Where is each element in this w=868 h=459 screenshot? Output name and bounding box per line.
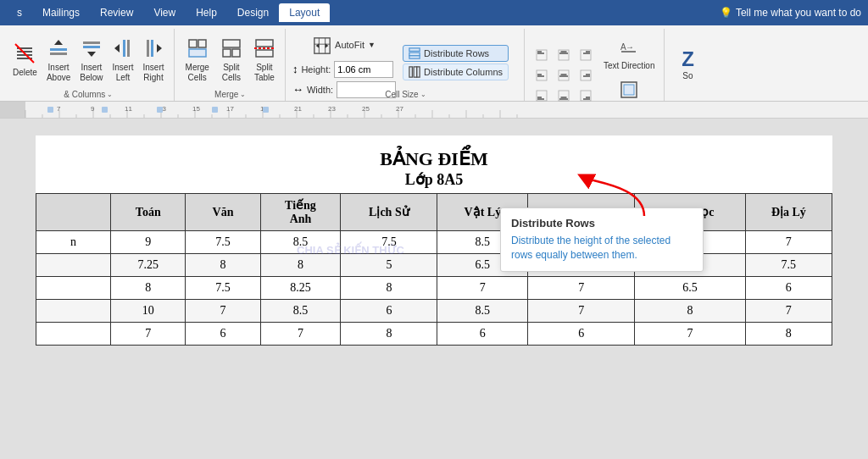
tab-mailings[interactable]: Mailings — [32, 3, 90, 22]
table-cell: 7 — [260, 323, 341, 346]
title-line2: Lớp 8A5 — [36, 170, 832, 189]
ribbon-tabs-bar: s Mailings Review View Help Design Layou… — [0, 0, 868, 25]
svg-text:27: 27 — [396, 105, 403, 113]
split-cells-label: SplitCells — [222, 63, 241, 83]
table-cell: 8 — [341, 277, 437, 300]
cell-size-group: AutoFit ▼ ↕ Height: ↔ Width: — [287, 29, 525, 101]
insert-left-button[interactable]: InsertLeft — [108, 36, 138, 86]
svg-rect-11 — [123, 40, 125, 57]
align-top-right-button[interactable] — [576, 46, 596, 64]
split-table-button[interactable]: SplitTable — [249, 36, 280, 86]
svg-text:25: 25 — [362, 105, 370, 113]
svg-rect-22 — [232, 49, 240, 57]
so-group: Z So — [666, 29, 709, 101]
tab-help[interactable]: Help — [186, 3, 227, 22]
table-cell: 7.5 — [186, 277, 260, 300]
cell-size-expand-icon[interactable]: ⌄ — [420, 91, 426, 98]
tooltip-title: Distribute Rows — [511, 217, 693, 230]
svg-marker-13 — [114, 44, 120, 53]
align-middle-center-button[interactable] — [554, 66, 574, 85]
svg-marker-7 — [54, 40, 63, 45]
insert-above-button[interactable]: InsertAbove — [42, 36, 75, 86]
table-cell: 7 — [528, 300, 635, 323]
height-row: ↕ Height: — [292, 61, 396, 78]
table-cell: 6 — [341, 300, 437, 323]
align-top-center-button[interactable] — [554, 46, 574, 64]
align-middle-right-button[interactable] — [576, 66, 596, 85]
merge-cells-button[interactable]: MergeCells — [181, 36, 214, 86]
table-cell: 7 — [437, 277, 528, 300]
svg-rect-9 — [83, 46, 100, 48]
delete-button[interactable]: Delete — [8, 41, 42, 80]
tab-layout[interactable]: Layout — [279, 3, 330, 22]
tell-me-text[interactable]: Tell me what you want to do — [736, 7, 861, 19]
insert-below-button[interactable]: InsertBelow — [75, 36, 107, 86]
height-input[interactable] — [334, 61, 393, 78]
table-cell: 7 — [635, 323, 745, 346]
align-row-top — [531, 46, 596, 64]
table-cell: 7.5 — [186, 231, 260, 254]
table-cell: 6.5 — [635, 277, 745, 300]
svg-text:→: → — [626, 42, 634, 52]
rows-cols-buttons: Delete InsertAbove — [8, 30, 169, 90]
so-content: Z So — [672, 30, 703, 99]
svg-rect-14 — [147, 40, 149, 57]
insert-right-button[interactable]: InsertRight — [139, 36, 169, 86]
merge-cells-label: MergeCells — [186, 63, 209, 83]
distribute-cols-button[interactable]: Distribute Columns — [403, 64, 509, 80]
align-top-left-button[interactable] — [531, 46, 552, 64]
ruler: 7 9 11 13 15 17 19 21 23 25 27 — [0, 102, 868, 119]
svg-rect-116 — [212, 107, 218, 113]
svg-rect-23 — [256, 40, 273, 47]
svg-marker-10 — [87, 52, 96, 57]
table-header-van: Văn — [186, 194, 260, 231]
table-header-row: Toán Văn TiếngAnh Lịch Sử Vật Lý Hóa Học… — [36, 194, 832, 231]
svg-text:7: 7 — [57, 105, 61, 113]
table-cell: 10 — [111, 300, 186, 323]
tooltip-description: Distribute the height of the selected ro… — [511, 234, 693, 263]
svg-text:17: 17 — [226, 105, 234, 113]
so-button[interactable]: Z So — [672, 47, 703, 84]
tab-design[interactable]: Design — [227, 3, 279, 22]
width-row: ↔ Width: — [292, 81, 396, 98]
table-row: 7.258856.57.2577.5 — [36, 254, 832, 277]
tab-review[interactable]: Review — [90, 3, 143, 22]
insert-right-icon — [143, 38, 164, 61]
text-direction-button[interactable]: A → Text Direction — [599, 34, 659, 74]
so-icon: Z — [682, 49, 694, 69]
svg-rect-113 — [47, 107, 53, 113]
table-cell: 5 — [341, 254, 437, 277]
merge-buttons: MergeCells SplitCells — [181, 30, 280, 90]
rows-cols-expand-icon[interactable]: ⌄ — [107, 91, 113, 98]
table-cell: 7 — [186, 300, 260, 323]
svg-rect-5 — [50, 48, 67, 51]
table-cell: 7 — [745, 300, 832, 323]
svg-rect-18 — [198, 40, 206, 47]
table-header-dia-ly: Địa Lý — [745, 194, 832, 231]
autofit-button[interactable]: AutoFit ▼ — [292, 34, 396, 58]
table-row: 1078.568.5787 — [36, 300, 832, 323]
height-label: Height: — [301, 64, 331, 75]
tab-s[interactable]: s — [7, 3, 32, 22]
document-title: BẢNG ĐIỂM Lớp 8A5 — [36, 135, 832, 193]
table-cell: 6 — [437, 323, 528, 346]
table-cell: 8 — [260, 254, 341, 277]
table-cell — [36, 277, 111, 300]
table-header-lich-su: Lịch Sử — [341, 194, 437, 231]
document-page: BẢNG ĐIỂM Lớp 8A5 Toán Văn TiếngAnh Lịch… — [36, 135, 832, 346]
svg-text:11: 11 — [125, 105, 132, 113]
split-cells-button[interactable]: SplitCells — [216, 36, 247, 86]
svg-rect-8 — [83, 41, 100, 44]
merge-expand-icon[interactable]: ⌄ — [240, 91, 246, 98]
table-cell: 6 — [528, 323, 635, 346]
tab-view[interactable]: View — [143, 3, 186, 22]
distribute-rows-button[interactable]: Distribute Rows — [403, 45, 509, 62]
table-cell: 8.5 — [260, 231, 341, 254]
table-cell: 7 — [745, 231, 832, 254]
svg-rect-34 — [409, 55, 420, 58]
svg-rect-20 — [223, 40, 240, 47]
table-cell: 6 — [186, 323, 260, 346]
tell-me-bar: 💡 Tell me what you want to do — [720, 7, 861, 19]
align-middle-left-button[interactable] — [531, 66, 552, 85]
grade-table: Toán Văn TiếngAnh Lịch Sử Vật Lý Hóa Học… — [36, 193, 832, 346]
